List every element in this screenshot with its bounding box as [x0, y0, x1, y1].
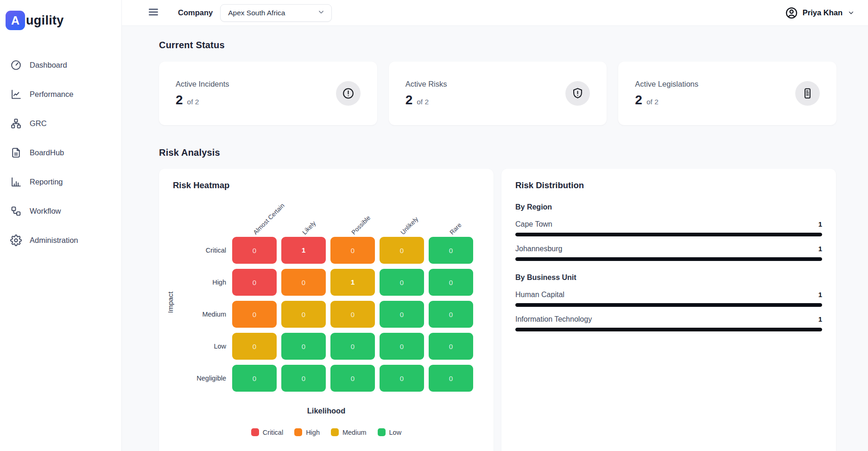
heatmap-cell[interactable]: 0	[429, 365, 473, 392]
bar-chart-icon	[10, 176, 22, 188]
status-card-suffix: of 2	[417, 98, 429, 106]
heatmap-cell[interactable]: 0	[281, 301, 326, 328]
legend-item-medium: Medium	[331, 428, 367, 436]
workflow-icon	[10, 205, 22, 217]
main-column: Company Apex South Africa Priya Khan Cur…	[122, 0, 868, 451]
risk-analysis-heading: Risk Analysis	[159, 147, 836, 158]
heatmap-cell[interactable]: 0	[330, 333, 375, 360]
heatmap-cell[interactable]: 0	[232, 301, 277, 328]
sidebar-item-grc[interactable]: GRC	[0, 109, 121, 138]
heatmap-cell[interactable]: 0	[380, 333, 424, 360]
heatmap-column-label: Likely	[301, 220, 317, 236]
status-card-active-incidents: Active Incidents 2 of 2	[159, 62, 377, 125]
sidebar-item-performance[interactable]: Performance	[0, 80, 121, 109]
sidebar-item-dashboard[interactable]: Dashboard	[0, 51, 121, 80]
sidebar-item-reporting[interactable]: Reporting	[0, 167, 121, 197]
distribution-bar-track	[515, 233, 822, 236]
heatmap-cell[interactable]: 0	[330, 301, 375, 328]
distribution-bar-track	[515, 257, 822, 261]
brand-logo-tile: A	[6, 11, 25, 30]
status-card-text: Active Incidents 2 of 2	[176, 80, 229, 108]
user-menu[interactable]: Priya Khan	[785, 6, 855, 19]
risk-heatmap-body: Impact Almost CertainLikelyPossibleUnlik…	[173, 192, 480, 436]
distribution-item-row: Johannesburg 1	[515, 245, 822, 253]
status-card-value-row: 2 of 2	[176, 93, 229, 108]
brand-logo: A ugility	[0, 0, 121, 30]
document-icon	[10, 147, 22, 159]
heatmap-cell[interactable]: 0	[232, 333, 277, 360]
heatmap-cell[interactable]: 0	[380, 269, 424, 296]
heatmap-cell[interactable]: 0	[429, 269, 473, 296]
legend-color-chip	[251, 428, 259, 436]
chevron-down-icon	[317, 8, 325, 18]
heatmap-cell[interactable]: 0	[429, 333, 473, 360]
heatmap-cell[interactable]: 0	[232, 237, 277, 264]
sidebar-item-label: Performance	[30, 90, 73, 99]
user-name: Priya Khan	[803, 8, 843, 17]
status-cards-row: Active Incidents 2 of 2 Active Risks 2 o…	[159, 62, 836, 125]
user-avatar-icon	[785, 6, 798, 19]
heatmap-cell[interactable]: 0	[429, 237, 473, 264]
status-card-icon-badge	[336, 81, 361, 106]
distribution-item-row: Information Technology 1	[515, 315, 822, 324]
heatmap-cell[interactable]: 1	[330, 269, 375, 296]
distribution-group-heading: By Business Unit	[515, 273, 822, 282]
gear-icon	[10, 235, 22, 246]
distribution-item-label: Johannesburg	[515, 245, 562, 253]
distribution-group-heading: By Region	[515, 203, 822, 211]
menu-toggle-button[interactable]	[147, 6, 159, 19]
legislation-icon	[801, 87, 814, 100]
distribution-item-information-technology: Information Technology 1	[515, 315, 822, 331]
heatmap-cell[interactable]: 0	[281, 365, 326, 392]
distribution-item-value: 1	[818, 245, 822, 253]
heatmap-cell[interactable]: 0	[232, 365, 277, 392]
legend-color-chip	[294, 428, 302, 436]
heatmap-cell[interactable]: 0	[281, 333, 326, 360]
distribution-item-value: 1	[818, 315, 822, 323]
heatmap-column-label: Possible	[350, 214, 372, 236]
heatmap-row-label: Critical	[173, 247, 232, 254]
status-card-label: Active Incidents	[176, 80, 229, 89]
company-select-value: Apex South Africa	[228, 9, 285, 17]
status-card-active-risks: Active Risks 2 of 2	[389, 62, 607, 125]
sidebar-item-workflow[interactable]: Workflow	[0, 197, 121, 226]
heatmap-cell[interactable]: 0	[330, 365, 375, 392]
status-card-value-row: 2 of 2	[635, 93, 698, 108]
status-card-label: Active Risks	[405, 80, 447, 89]
heatmap-cell[interactable]: 0	[380, 237, 424, 264]
heatmap-row-label: Medium	[173, 311, 232, 318]
distribution-bar-fill	[515, 328, 822, 331]
heatmap-cell[interactable]: 0	[232, 269, 277, 296]
heatmap-cell[interactable]: 0	[281, 269, 326, 296]
company-select[interactable]: Apex South Africa	[220, 4, 332, 22]
status-card-value: 2	[405, 93, 413, 108]
status-card-icon-badge	[565, 81, 590, 106]
sidebar-item-label: Dashboard	[30, 61, 67, 70]
sidebar-item-administration[interactable]: Administration	[0, 226, 121, 255]
status-card-text: Active Risks 2 of 2	[405, 80, 447, 108]
heatmap-cell[interactable]: 0	[330, 237, 375, 264]
legend-color-chip	[378, 428, 386, 436]
sidebar-item-boardhub[interactable]: BoardHub	[0, 138, 121, 167]
sidebar-item-label: GRC	[30, 119, 47, 128]
line-chart-icon	[10, 89, 22, 100]
risk-distribution-groups: By Region Cape Town 1 Johannesburg 1 By …	[515, 203, 822, 331]
distribution-bar-fill	[515, 233, 822, 236]
risk-distribution-title: Risk Distribution	[515, 180, 822, 191]
gauge-icon	[10, 59, 22, 71]
status-card-active-legislations: Active Legislations 2 of 2	[618, 62, 836, 125]
distribution-group-by-region: By Region Cape Town 1 Johannesburg 1	[515, 203, 822, 261]
heatmap-row-label: High	[173, 279, 232, 286]
heatmap-cell[interactable]: 0	[429, 301, 473, 328]
heatmap-cell[interactable]: 0	[380, 301, 424, 328]
distribution-bar-fill	[515, 257, 822, 261]
distribution-item-value: 1	[818, 220, 822, 228]
hamburger-icon	[147, 6, 159, 19]
heatmap-cell[interactable]: 0	[380, 365, 424, 392]
legend-item-critical: Critical	[251, 428, 283, 436]
heatmap-cell[interactable]: 1	[281, 237, 326, 264]
heatmap-column-label: Rare	[448, 222, 463, 236]
status-card-suffix: of 2	[646, 98, 659, 106]
legend-label: Critical	[263, 429, 283, 436]
status-card-value-row: 2 of 2	[405, 93, 447, 108]
